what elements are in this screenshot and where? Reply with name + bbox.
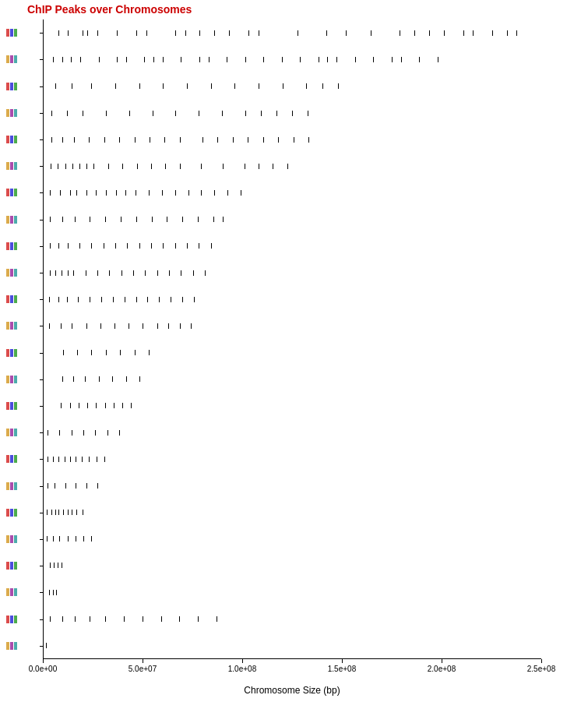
peak-mark (73, 376, 74, 382)
peak-mark (119, 430, 120, 436)
peak-mark (438, 57, 438, 62)
chr-scale-marker (10, 216, 13, 224)
y-axis-tick (40, 539, 43, 540)
chr-scale-marker (10, 349, 13, 357)
peak-mark (401, 57, 402, 62)
peak-mark (62, 217, 63, 222)
peak-mark (298, 30, 298, 36)
peak-mark (143, 323, 143, 329)
peak-mark (126, 57, 127, 62)
peak-mark (157, 323, 158, 329)
peak-mark (91, 243, 92, 249)
peak-mark (99, 376, 100, 382)
peak-mark (136, 217, 137, 222)
chr-scale-marker (10, 162, 13, 170)
y-axis-tick (40, 566, 43, 566)
chr-scale-marker (14, 269, 17, 277)
peak-mark (131, 403, 132, 408)
peak-mark (222, 111, 223, 116)
peak-mark (79, 164, 80, 169)
peak-mark (104, 243, 104, 249)
chr-scale-marker (6, 429, 9, 436)
peak-mark (151, 164, 152, 169)
peak-mark (164, 137, 165, 143)
peak-mark (245, 111, 246, 116)
peak-mark (97, 483, 98, 489)
peak-mark (71, 57, 72, 62)
peak-mark (90, 217, 90, 222)
peak-mark (336, 57, 337, 62)
peak-mark (105, 217, 106, 222)
peak-mark (139, 376, 140, 382)
peak-mark (145, 270, 146, 276)
peak-mark (75, 217, 76, 222)
peak-mark (149, 190, 150, 196)
plot-area: chr1chr2chr3chr4chr5chr6chr7chr8chr9chr1… (43, 19, 541, 659)
y-axis-tick (40, 86, 43, 87)
peak-mark (67, 111, 68, 116)
y-axis-tick (40, 592, 43, 593)
chr-scale-marker (6, 162, 9, 170)
peak-mark (201, 164, 202, 169)
y-axis-tick (40, 299, 43, 300)
peak-mark (214, 30, 215, 36)
chr-scale-marker (14, 588, 17, 596)
peak-mark (179, 616, 180, 622)
chr-scale-marker (10, 269, 13, 277)
peak-mark (70, 190, 71, 196)
peak-mark (139, 243, 140, 249)
peak-mark (106, 111, 107, 116)
chr-scale-marker (6, 136, 9, 143)
peak-mark (86, 164, 87, 169)
peak-mark (73, 270, 74, 276)
peak-mark (180, 323, 181, 329)
peak-mark (278, 137, 279, 143)
peak-mark (50, 270, 51, 276)
peak-mark (101, 297, 102, 302)
chr-scale-marker (6, 269, 9, 277)
chr-scale-marker (10, 83, 13, 90)
peak-mark (139, 83, 140, 89)
chr-scale-marker (10, 562, 13, 570)
peak-mark (62, 270, 62, 276)
peak-mark (213, 217, 214, 222)
peak-mark (259, 30, 259, 36)
peak-mark (79, 403, 79, 408)
peak-mark (87, 30, 88, 36)
peak-mark (137, 164, 138, 169)
peak-mark (168, 323, 169, 329)
y-axis-tick (40, 166, 43, 167)
peak-mark (117, 57, 118, 62)
peak-mark (227, 57, 227, 62)
peak-mark (171, 297, 171, 302)
chr-scale-marker (10, 136, 13, 143)
peak-mark (159, 297, 160, 302)
peak-mark (70, 403, 71, 408)
peak-mark (209, 57, 209, 62)
peak-mark (63, 510, 64, 515)
peak-mark (48, 457, 48, 462)
chr-scale-marker (6, 322, 9, 330)
peak-mark (211, 83, 212, 89)
peak-mark (147, 297, 148, 302)
y-axis-tick (40, 619, 43, 620)
peak-mark (124, 616, 125, 622)
peak-mark (263, 137, 264, 143)
peak-mark (68, 510, 69, 515)
peak-mark (86, 483, 87, 489)
peak-mark (165, 164, 166, 169)
peak-mark (51, 164, 51, 169)
peak-mark (199, 30, 200, 36)
peak-mark (62, 137, 63, 143)
peak-mark (187, 83, 188, 89)
peak-mark (62, 57, 63, 62)
peak-mark (163, 243, 164, 249)
peak-mark (163, 57, 164, 62)
chr-scale-marker (14, 162, 17, 170)
peak-mark (175, 190, 176, 196)
peak-mark (50, 190, 51, 196)
peak-mark (473, 30, 474, 36)
peak-mark (53, 536, 54, 541)
peak-mark (161, 616, 162, 622)
peak-mark (65, 457, 65, 462)
